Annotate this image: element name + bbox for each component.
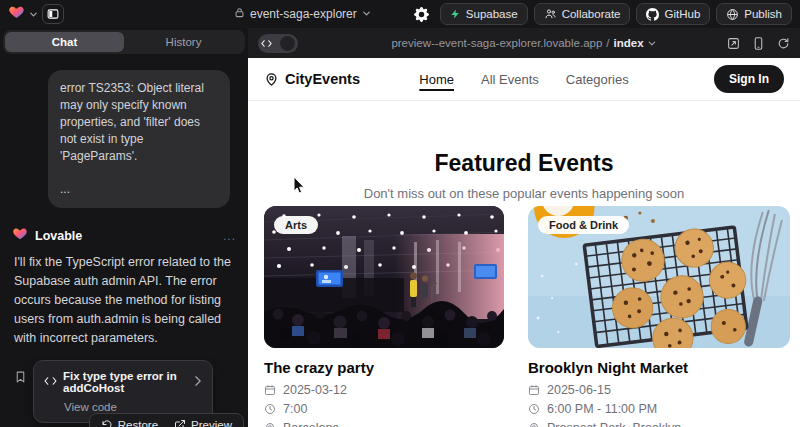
mobile-view-icon[interactable] (753, 37, 764, 50)
category-badge: Arts (274, 216, 318, 234)
refresh-icon[interactable] (777, 37, 790, 50)
preview-url[interactable]: preview--event-saga-explorer.lovable.app… (391, 37, 656, 49)
publish-button[interactable]: Publish (716, 3, 792, 25)
site-nav: Home All Events Categories (419, 72, 628, 87)
open-in-new-tab-icon[interactable] (727, 37, 740, 50)
supabase-bolt-icon (450, 8, 461, 20)
preview-toolbar: preview--event-saga-explorer.lovable.app… (248, 28, 800, 58)
restore-button[interactable]: Restore (94, 417, 165, 427)
gear-icon (414, 7, 429, 22)
chat-history-tabs: Chat History (3, 30, 245, 54)
event-date-row: 2025-06-15 (528, 383, 790, 397)
nav-all-events[interactable]: All Events (481, 72, 539, 87)
clock-icon (264, 403, 276, 415)
lovable-heart-icon (12, 226, 28, 245)
url-page: index (614, 37, 644, 49)
tab-history[interactable]: History (124, 32, 243, 52)
map-pin-icon (528, 422, 540, 427)
nav-home[interactable]: Home (419, 72, 454, 87)
map-pin-icon (264, 72, 279, 87)
calendar-icon (528, 384, 540, 396)
code-preview-toggle[interactable] (258, 34, 298, 53)
event-card-crazy-party[interactable]: Arts The crazy party 2025-03-12 7:00 Bar… (264, 206, 504, 427)
chevron-down-icon (648, 39, 657, 48)
chevron-right-icon (194, 376, 202, 388)
project-name: event-saga-explorer (250, 7, 357, 21)
toggle-sidebar-button[interactable] (42, 4, 64, 24)
code-icon (261, 39, 272, 48)
sign-in-button[interactable]: Sign In (714, 65, 784, 93)
calendar-icon (264, 384, 276, 396)
user-message-text: error TS2353: Object literal may only sp… (60, 80, 218, 165)
chevron-down-icon[interactable] (29, 5, 38, 23)
project-name-menu[interactable]: event-saga-explorer (234, 0, 371, 28)
restore-preview-actions: Restore Preview (89, 413, 244, 427)
collaborate-button[interactable]: Collaborate (534, 3, 631, 25)
event-location-row: Prospect Park, Brooklyn (528, 421, 790, 427)
nav-categories[interactable]: Categories (566, 72, 629, 87)
site-viewport: CityEvents Home All Events Categories Si… (248, 58, 800, 427)
chevron-down-icon (362, 7, 371, 21)
assistant-intro: I'll fix the TypeScript error related to… (14, 253, 234, 348)
globe-icon (726, 8, 739, 21)
lovable-logo-icon[interactable] (8, 4, 25, 24)
code-icon (44, 376, 57, 388)
event-time-row: 6:00 PM - 11:00 PM (528, 402, 790, 416)
event-date-row: 2025-03-12 (264, 383, 504, 397)
event-card-brooklyn-market[interactable]: Food & Drink Brooklyn Night Market 2025-… (528, 206, 790, 427)
user-message-ellipsis: ... (60, 181, 218, 198)
site-header: CityEvents Home All Events Categories Si… (248, 58, 800, 101)
preview-pane: preview--event-saga-explorer.lovable.app… (248, 28, 800, 427)
chat-sidebar: Chat History error TS2353: Object litera… (0, 28, 248, 427)
event-image-conference[interactable]: Arts (264, 206, 504, 348)
user-message-bubble: error TS2353: Object literal may only sp… (48, 70, 230, 208)
event-location-row: Barcelona (264, 421, 504, 427)
event-image-cookies[interactable]: Food & Drink (528, 206, 790, 348)
restore-icon (101, 419, 113, 427)
site-brand[interactable]: CityEvents (264, 71, 360, 87)
bookmark-icon[interactable] (14, 370, 27, 388)
code-change-block: Fix type type error in addCoHost View co… (12, 360, 248, 423)
lock-icon (234, 7, 245, 21)
github-button[interactable]: GitHub (636, 3, 710, 25)
external-link-icon (174, 419, 186, 427)
assistant-header: Lovable ... (12, 226, 236, 245)
hero-subtitle: Don't miss out on these popular events h… (248, 186, 800, 201)
settings-button[interactable] (410, 3, 434, 25)
event-time-row: 7:00 (264, 402, 504, 416)
view-code-link[interactable]: View code (44, 401, 202, 413)
preview-version-button[interactable]: Preview (167, 417, 239, 427)
hero-title: Featured Events (248, 150, 800, 177)
map-pin-icon (264, 422, 276, 427)
event-title[interactable]: Brooklyn Night Market (528, 359, 790, 376)
github-icon (646, 8, 659, 21)
message-menu-button[interactable]: ... (223, 229, 236, 243)
category-badge: Food & Drink (538, 216, 629, 234)
tab-chat[interactable]: Chat (5, 32, 124, 52)
app-topbar: event-saga-explorer Supabase Collaborate… (0, 0, 800, 28)
code-change-title: Fix type type error in addCoHost (63, 370, 188, 394)
supabase-button[interactable]: Supabase (440, 3, 528, 25)
people-icon (544, 8, 557, 20)
event-title[interactable]: The crazy party (264, 359, 504, 376)
url-host: preview--event-saga-explorer.lovable.app (391, 37, 602, 49)
assistant-name: Lovable (35, 229, 82, 243)
clock-icon (528, 403, 540, 415)
